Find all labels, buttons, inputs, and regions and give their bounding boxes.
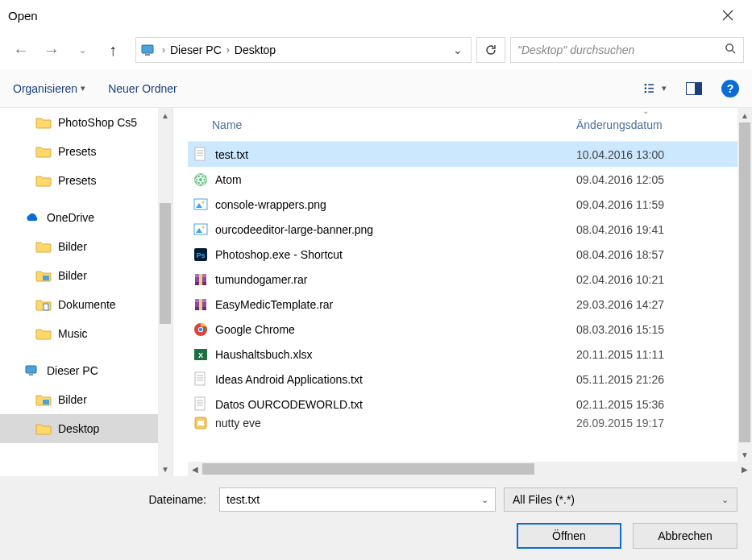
tree-item-label: PhotoShop Cs5 <box>58 116 137 129</box>
file-name: Haushaltsbuch.xlsx <box>215 348 570 361</box>
svg-rect-4 <box>645 84 646 85</box>
exe-icon <box>193 417 209 429</box>
folder-tree[interactable]: PhotoShop Cs5PresetsPresetsOneDriveBilde… <box>0 108 158 476</box>
scroll-up-arrow[interactable]: ▲ <box>158 108 172 122</box>
file-row[interactable]: test.txt10.04.2016 13:00 <box>188 142 737 167</box>
filename-value: test.txt <box>226 493 260 506</box>
file-name: console-wrappers.png <box>215 198 570 211</box>
file-row[interactable]: Atom09.04.2016 12:05 <box>188 167 737 192</box>
scroll-down-arrow[interactable]: ▼ <box>737 447 752 462</box>
file-date: 02.04.2016 10:21 <box>576 273 737 286</box>
sort-indicator-icon: ⌄ <box>642 108 649 115</box>
file-date: 26.09.2015 19:17 <box>576 417 737 429</box>
file-row[interactable]: console-wrappers.png09.04.2016 11:59 <box>188 192 737 217</box>
tree-item[interactable]: Bilder <box>0 385 158 414</box>
view-options-button[interactable]: ▾ <box>644 77 667 100</box>
close-button[interactable] <box>712 3 744 27</box>
docfolder-icon <box>35 298 52 311</box>
breadcrumb-item[interactable]: Dieser PC <box>170 44 222 56</box>
svg-rect-36 <box>199 274 202 285</box>
tree-item[interactable]: Bilder <box>0 232 158 261</box>
file-row[interactable]: nutty eve26.09.2015 19:17 <box>188 417 737 429</box>
rar-icon <box>193 297 209 313</box>
tree-item[interactable]: Presets <box>0 166 158 195</box>
sidebar-scrollbar[interactable]: ▲ ▼ <box>158 108 172 476</box>
tree-item[interactable]: Presets <box>0 137 158 166</box>
address-bar[interactable]: › Dieser PC › Desktop ⌄ <box>135 37 472 63</box>
svg-rect-1 <box>145 54 150 56</box>
tree-item-label: Bilder <box>58 269 87 282</box>
picfolder-icon <box>35 393 52 406</box>
filelist-scrollbar[interactable]: ▲ ▼ <box>737 108 752 462</box>
scroll-right-arrow[interactable]: ▶ <box>737 465 752 474</box>
preview-pane-button[interactable] <box>683 77 705 100</box>
column-headers: Name Änderungsdatum ⌄ <box>188 108 737 142</box>
file-row[interactable]: EasyMedicTemplate.rar29.03.2016 14:27 <box>188 292 737 317</box>
file-row[interactable]: ourcodeeditor-large-banner.png08.04.2016… <box>188 217 737 242</box>
file-date: 05.11.2015 21:26 <box>576 373 737 386</box>
tree-item[interactable]: Dokumente <box>0 290 158 319</box>
tree-item[interactable]: Desktop <box>0 414 158 443</box>
file-row[interactable]: PsPhotoshop.exe - Shortcut08.04.2016 18:… <box>188 242 737 267</box>
file-name: Datos OURCODEWORLD.txt <box>215 398 570 411</box>
filename-input[interactable]: test.txt ⌄ <box>219 487 496 512</box>
tree-item[interactable]: Bilder <box>0 261 158 290</box>
file-date: 08.04.2016 18:57 <box>576 248 737 261</box>
organize-menu[interactable]: Organisieren▾ <box>13 82 85 95</box>
cancel-button[interactable]: Abbrechen <box>633 523 737 549</box>
tree-item[interactable]: Music <box>0 319 158 348</box>
breadcrumb-item[interactable]: Desktop <box>235 44 276 56</box>
tree-item-label: Presets <box>58 174 96 187</box>
help-button[interactable]: ? <box>721 80 739 97</box>
svg-rect-40 <box>199 299 202 310</box>
address-dropdown[interactable]: ⌄ <box>450 44 466 56</box>
file-date: 09.04.2016 11:59 <box>576 198 737 211</box>
up-button[interactable]: ↑ <box>100 37 126 63</box>
file-name: test.txt <box>215 148 570 161</box>
forward-button[interactable]: → <box>39 37 64 63</box>
search-input[interactable]: "Desktop" durchsuchen <box>510 37 744 63</box>
search-placeholder: "Desktop" durchsuchen <box>517 44 634 56</box>
tree-item-label: OneDrive <box>47 211 94 224</box>
column-date[interactable]: Änderungsdatum <box>576 118 737 131</box>
open-button[interactable]: Öffnen <box>517 523 621 549</box>
file-name: Photoshop.exe - Shortcut <box>215 248 570 261</box>
file-row[interactable]: Datos OURCODEWORLD.txt02.11.2015 15:36 <box>188 392 737 417</box>
new-folder-button[interactable]: Neuer Ordner <box>108 82 177 95</box>
filename-dropdown[interactable]: ⌄ <box>481 495 488 505</box>
filetype-filter[interactable]: All Files (*.*) ⌄ <box>504 487 737 512</box>
svg-rect-55 <box>197 421 204 425</box>
ps-icon: Ps <box>193 247 209 263</box>
file-row[interactable]: Ideas Android Applications.txt05.11.2015… <box>188 367 737 392</box>
svg-point-43 <box>199 327 203 331</box>
horizontal-scrollbar[interactable]: ◀ ▶ <box>188 462 752 476</box>
refresh-button[interactable] <box>476 37 505 63</box>
scroll-left-arrow[interactable]: ◀ <box>188 465 202 474</box>
tree-item[interactable]: PhotoShop Cs5 <box>0 108 158 137</box>
tree-item[interactable]: Dieser PC <box>0 356 158 385</box>
file-row[interactable]: tumundogamer.rar02.04.2016 10:21 <box>188 267 737 292</box>
file-date: 08.03.2016 15:15 <box>576 323 737 336</box>
column-name[interactable]: Name <box>188 118 576 131</box>
back-button[interactable]: ← <box>8 37 34 63</box>
tree-item[interactable]: OneDrive <box>0 203 158 232</box>
scroll-down-arrow[interactable]: ▼ <box>158 462 172 476</box>
file-date: 09.04.2016 12:05 <box>576 173 737 186</box>
file-date: 20.11.2015 11:11 <box>576 348 737 361</box>
scrollbar-thumb[interactable] <box>202 463 534 475</box>
file-row[interactable]: XHaushaltsbuch.xlsx20.11.2015 11:11 <box>188 342 737 367</box>
svg-rect-25 <box>194 199 207 209</box>
svg-rect-5 <box>645 87 646 89</box>
scroll-up-arrow[interactable]: ▲ <box>737 108 752 122</box>
svg-text:X: X <box>198 351 203 359</box>
svg-rect-28 <box>194 224 207 234</box>
recent-locations-dropdown[interactable]: ⌄ <box>69 37 95 63</box>
search-icon <box>725 43 737 57</box>
svg-point-2 <box>726 44 733 51</box>
tree-item-label: Presets <box>58 145 96 158</box>
scrollbar-thumb[interactable] <box>160 203 171 324</box>
txt-icon <box>193 371 209 388</box>
file-row[interactable]: Google Chrome08.03.2016 15:15 <box>188 317 737 342</box>
scrollbar-thumb[interactable] <box>739 122 750 442</box>
folder-icon <box>35 327 52 340</box>
